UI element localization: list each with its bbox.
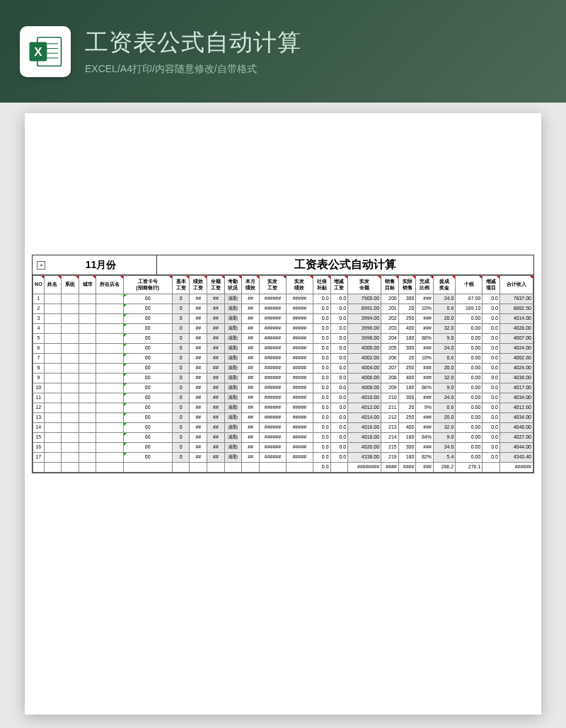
cell[interactable]: ## bbox=[207, 413, 225, 423]
cell[interactable]: ## bbox=[207, 294, 225, 304]
cell[interactable]: ## bbox=[207, 453, 225, 463]
cell[interactable]: 00 bbox=[123, 393, 172, 403]
cell[interactable]: 00 bbox=[123, 403, 172, 413]
cell[interactable]: 8802.50 bbox=[499, 304, 533, 314]
cell[interactable]: 4028.00 bbox=[499, 324, 533, 334]
cell[interactable]: ### bbox=[416, 364, 434, 374]
cell[interactable]: 0 bbox=[172, 364, 190, 374]
cell[interactable]: ##### bbox=[286, 453, 313, 463]
cell[interactable]: 300 bbox=[398, 443, 416, 453]
cell[interactable]: ## bbox=[207, 354, 225, 364]
cell[interactable]: 0.0 bbox=[483, 304, 500, 314]
cell[interactable]: ##### bbox=[286, 433, 313, 443]
cell[interactable]: 00 bbox=[123, 423, 172, 433]
cell[interactable]: 0.0 bbox=[330, 364, 348, 374]
cell[interactable]: ##### bbox=[286, 294, 313, 304]
cell[interactable]: ## bbox=[190, 324, 207, 334]
cell[interactable]: ## bbox=[190, 413, 207, 423]
cell[interactable]: 7837.00 bbox=[499, 294, 533, 304]
cell[interactable]: ## bbox=[207, 364, 225, 374]
cell[interactable]: 9.0 bbox=[433, 433, 455, 443]
cell[interactable]: ##### bbox=[286, 304, 313, 314]
cell[interactable] bbox=[62, 354, 79, 364]
cell[interactable]: 13 bbox=[33, 413, 45, 423]
cell[interactable]: 250 bbox=[398, 314, 416, 324]
cell[interactable]: 0.00 bbox=[456, 374, 483, 383]
cell[interactable] bbox=[79, 443, 96, 453]
cell[interactable]: ## bbox=[207, 403, 225, 413]
cell[interactable]: 4014.00 bbox=[499, 314, 533, 324]
cell[interactable]: 16 bbox=[33, 443, 45, 453]
cell[interactable]: ## bbox=[242, 413, 260, 423]
cell[interactable]: 202 bbox=[381, 314, 399, 324]
cell[interactable]: 0.00 bbox=[456, 413, 483, 423]
cell[interactable]: 0 bbox=[172, 383, 190, 393]
cell[interactable]: 满勤 bbox=[224, 423, 242, 433]
cell[interactable]: ##### bbox=[286, 374, 313, 383]
cell[interactable]: 4017.00 bbox=[499, 383, 533, 393]
cell[interactable]: 0.00 bbox=[456, 344, 483, 354]
cell[interactable]: 4002.00 bbox=[348, 354, 381, 364]
cell[interactable] bbox=[96, 374, 123, 383]
cell[interactable]: ###### bbox=[259, 354, 286, 364]
cell[interactable] bbox=[79, 453, 96, 463]
cell[interactable]: 4343.40 bbox=[499, 453, 533, 463]
cell[interactable]: 满勤 bbox=[224, 314, 242, 324]
cell[interactable]: ## bbox=[242, 344, 260, 354]
cell[interactable]: 20 bbox=[398, 354, 416, 364]
cell[interactable]: ##### bbox=[286, 403, 313, 413]
cell[interactable]: 4048.00 bbox=[499, 423, 533, 433]
cell[interactable]: 4020.00 bbox=[348, 443, 381, 453]
cell[interactable] bbox=[96, 304, 123, 314]
cell[interactable] bbox=[44, 393, 62, 403]
cell[interactable] bbox=[62, 403, 79, 413]
cell[interactable]: ###### bbox=[259, 453, 286, 463]
cell[interactable]: 17 bbox=[33, 453, 45, 463]
cell[interactable] bbox=[96, 453, 123, 463]
cell[interactable]: 211 bbox=[381, 403, 399, 413]
cell[interactable]: 0.0 bbox=[483, 374, 500, 383]
cell[interactable] bbox=[44, 374, 62, 383]
cell[interactable]: 3994.00 bbox=[348, 314, 381, 324]
cell[interactable] bbox=[79, 294, 96, 304]
cell[interactable] bbox=[79, 423, 96, 433]
cell[interactable]: 3 bbox=[33, 314, 45, 324]
cell[interactable] bbox=[96, 383, 123, 393]
cell[interactable] bbox=[62, 364, 79, 374]
cell[interactable] bbox=[62, 374, 79, 383]
cell[interactable]: 400 bbox=[398, 423, 416, 433]
month-dropdown[interactable]: ▾ bbox=[37, 261, 45, 270]
cell[interactable] bbox=[62, 304, 79, 314]
cell[interactable] bbox=[96, 344, 123, 354]
cell[interactable]: 0.00 bbox=[456, 443, 483, 453]
cell[interactable]: 0 bbox=[172, 443, 190, 453]
cell[interactable]: 10% bbox=[416, 354, 434, 364]
cell[interactable]: 201 bbox=[381, 304, 399, 314]
cell[interactable]: 0.00 bbox=[456, 364, 483, 374]
cell[interactable]: ## bbox=[190, 354, 207, 364]
cell[interactable]: 0.0 bbox=[330, 393, 348, 403]
cell[interactable]: 4012.00 bbox=[348, 403, 381, 413]
cell[interactable]: 7900.00 bbox=[348, 294, 381, 304]
cell[interactable]: ##### bbox=[286, 354, 313, 364]
cell[interactable]: 0.0 bbox=[330, 374, 348, 383]
cell[interactable]: 满勤 bbox=[224, 354, 242, 364]
cell[interactable] bbox=[96, 413, 123, 423]
cell[interactable]: ##### bbox=[286, 383, 313, 393]
cell[interactable]: 满勤 bbox=[224, 364, 242, 374]
cell[interactable]: 0.0 bbox=[330, 453, 348, 463]
cell[interactable]: 32.0 bbox=[433, 423, 455, 433]
cell[interactable]: 0 bbox=[172, 423, 190, 433]
cell[interactable]: 满勤 bbox=[224, 413, 242, 423]
cell[interactable]: 0.0 bbox=[313, 314, 330, 324]
cell[interactable] bbox=[96, 314, 123, 324]
cell[interactable]: 满勤 bbox=[224, 383, 242, 393]
cell[interactable]: 满勤 bbox=[224, 324, 242, 334]
cell[interactable]: 32.0 bbox=[433, 324, 455, 334]
cell[interactable]: ## bbox=[190, 314, 207, 324]
cell[interactable]: 9% bbox=[416, 403, 434, 413]
cell[interactable] bbox=[62, 413, 79, 423]
cell[interactable]: ## bbox=[190, 453, 207, 463]
cell[interactable]: ### bbox=[416, 374, 434, 383]
cell[interactable]: 300 bbox=[398, 344, 416, 354]
